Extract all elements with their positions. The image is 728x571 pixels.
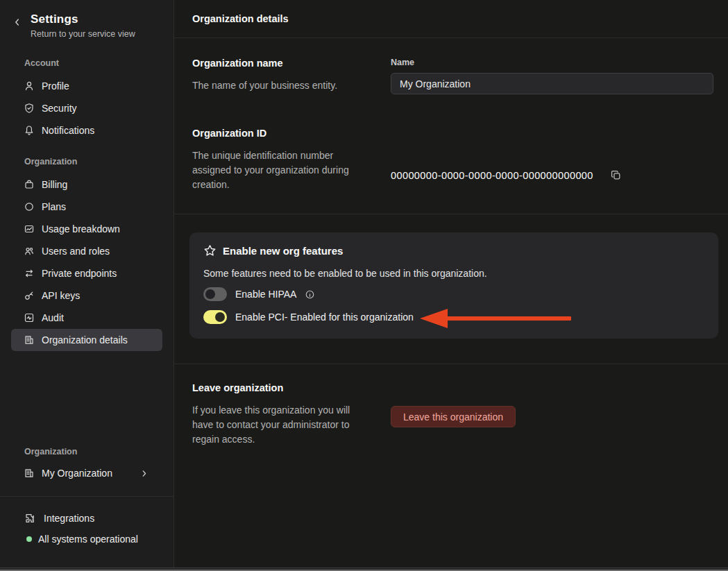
organization-name-description: The name of your business entity. (192, 78, 367, 93)
toggle-knob (205, 289, 215, 299)
wallet-icon (24, 179, 35, 190)
sidebar-item-usage-breakdown[interactable]: Usage breakdown (11, 218, 162, 240)
features-card-description: Some features need to be enabled to be u… (203, 268, 704, 279)
sidebar-title: Settings (31, 12, 135, 26)
sidebar-item-label: Usage breakdown (42, 223, 120, 235)
person-icon (24, 80, 35, 92)
name-input[interactable] (391, 73, 713, 94)
audit-icon (24, 312, 35, 323)
leave-organization-action: Leave this organization (391, 382, 713, 447)
org-switcher-name: My Organization (42, 468, 133, 479)
status-label: All systems operational (38, 534, 138, 545)
features-card: Enable new org features Some features ne… (189, 232, 718, 339)
organization-name-info: Organization name The name of your busin… (192, 58, 391, 94)
organization-id-section: Organization ID The unique identificatio… (174, 94, 728, 192)
sidebar-item-private-endpoints[interactable]: Private endpoints (11, 262, 162, 284)
chevron-left-icon[interactable] (12, 17, 22, 27)
organization-id-title: Organization ID (192, 128, 391, 139)
organization-name-title: Organization name (192, 58, 391, 69)
toggle-knob (215, 312, 225, 322)
organization-id-info: Organization ID The unique identificatio… (192, 128, 391, 192)
sidebar-item-billing[interactable]: Billing (11, 173, 162, 196)
sidebar-item-label: Plans (42, 201, 66, 212)
window-bottom-edge (0, 568, 728, 571)
bell-icon (24, 125, 35, 136)
sidebar-item-label: Audit (42, 312, 64, 323)
hipaa-toggle-label: Enable HIPAA (235, 289, 296, 300)
sidebar-titles: Settings Return to your service view (31, 12, 135, 39)
sidebar-divider (0, 496, 173, 497)
org-switcher[interactable]: My Organization (11, 462, 162, 484)
page-header: Organization details (174, 0, 728, 38)
main-content: Organization details Organization name T… (174, 0, 728, 571)
leave-organization-title: Leave organization (192, 382, 391, 393)
key-icon (24, 290, 35, 301)
sidebar-item-label: Private endpoints (42, 268, 117, 279)
sidebar-item-profile[interactable]: Profile (11, 75, 162, 97)
account-nav: Profile Security Notifications (0, 75, 173, 142)
sidebar-item-audit[interactable]: Audit (11, 307, 162, 329)
sidebar-footer: Integrations All systems operational (0, 508, 173, 549)
sidebar-item-label: Notifications (42, 125, 94, 136)
section-divider (174, 214, 728, 214)
swap-arrows-icon (24, 268, 35, 279)
leave-organization-description: If you leave this organization you will … (192, 403, 367, 447)
organization-id-value: 00000000-0000-0000-0000-000000000000 (391, 170, 593, 181)
hipaa-toggle[interactable] (203, 287, 227, 301)
sidebar-item-users-and-roles[interactable]: Users and roles (11, 240, 162, 262)
sidebar-item-security[interactable]: Security (11, 97, 162, 119)
organization-id-row: 00000000-0000-0000-0000-000000000000 (391, 128, 713, 192)
sidebar-item-api-keys[interactable]: API keys (11, 284, 162, 307)
name-field-label: Name (391, 58, 713, 67)
settings-sidebar: Settings Return to your service view Acc… (0, 0, 174, 571)
integrations-label: Integrations (44, 513, 94, 524)
sidebar-item-organization-details[interactable]: Organization details (11, 329, 162, 351)
copy-icon[interactable] (609, 168, 623, 182)
organization-id-description: The unique identification number assigne… (192, 148, 367, 192)
shield-icon (24, 103, 35, 114)
puzzle-icon (24, 513, 35, 524)
leave-organization-info: Leave organization If you leave this org… (192, 382, 391, 447)
pci-toggle-label: Enable PCI- Enabled for this organizatio… (235, 312, 414, 323)
organization-name-form: Name (391, 58, 713, 94)
integrations-link[interactable]: Integrations (0, 508, 173, 529)
sidebar-item-label: API keys (42, 290, 80, 301)
info-icon[interactable] (305, 289, 315, 300)
building-icon (24, 468, 35, 479)
users-icon (24, 246, 35, 257)
sidebar-item-label: Organization details (42, 334, 128, 346)
system-status[interactable]: All systems operational (0, 529, 173, 549)
sidebar-header: Settings Return to your service view (0, 0, 173, 39)
chart-image-icon (24, 223, 35, 235)
leave-organization-section: Leave organization If you leave this org… (174, 364, 728, 447)
building-icon (24, 334, 35, 346)
org-switcher-label: Organization (0, 447, 173, 457)
features-card-header: Enable new org features (203, 244, 704, 257)
sidebar-subtitle[interactable]: Return to your service view (31, 29, 135, 39)
sidebar-item-notifications[interactable]: Notifications (11, 119, 162, 142)
features-card-title: Enable new org features (223, 245, 343, 257)
chevron-right-icon (139, 469, 149, 478)
organization-name-section: Organization name The name of your busin… (174, 38, 728, 94)
star-icon (203, 244, 217, 257)
page-title: Organization details (192, 13, 289, 24)
sidebar-item-label: Billing (42, 179, 67, 190)
circle-icon (24, 201, 35, 212)
organization-section-label: Organization (0, 157, 173, 167)
hipaa-toggle-row: Enable HIPAA (203, 287, 704, 302)
pci-toggle[interactable] (203, 310, 227, 324)
pci-toggle-row: Enable PCI- Enabled for this organizatio… (203, 309, 704, 325)
account-section-label: Account (0, 58, 173, 68)
organization-nav: Billing Plans Usage breakdown Users and … (0, 173, 173, 351)
sidebar-item-plans[interactable]: Plans (11, 196, 162, 218)
leave-organization-button[interactable]: Leave this organization (391, 406, 516, 427)
sidebar-item-label: Profile (42, 80, 69, 92)
sidebar-item-label: Security (42, 103, 77, 114)
sidebar-item-label: Users and roles (42, 246, 110, 257)
status-dot (26, 536, 32, 542)
settings-app: Settings Return to your service view Acc… (0, 0, 728, 571)
